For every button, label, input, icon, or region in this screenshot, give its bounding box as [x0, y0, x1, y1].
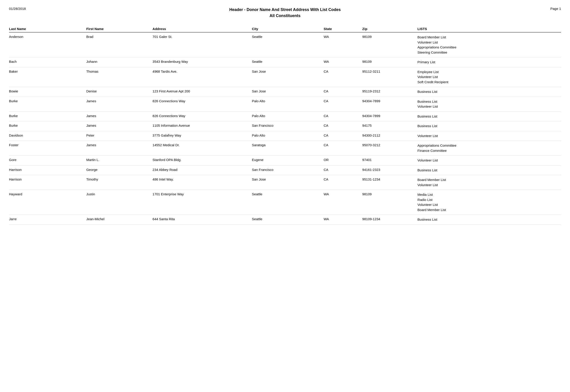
- table-row: JarreJean-Michel644 Santa RitaSeattleWA9…: [9, 215, 561, 225]
- cell-first-name: Peter: [86, 131, 152, 141]
- col-header-first-name: First Name: [86, 26, 152, 32]
- report-title: Header - Donor Name And Street Address W…: [9, 7, 561, 19]
- cell-last-name: Bowie: [9, 87, 86, 97]
- cell-city: San Francisco: [252, 165, 324, 175]
- cell-zip: 98109: [362, 32, 417, 57]
- table-row: GoreMartin L.Stanford OPA Bldg.EugeneOR9…: [9, 156, 561, 166]
- cell-last-name: Burke: [9, 97, 86, 112]
- col-header-zip: Zip: [362, 26, 417, 32]
- cell-last-name: Gore: [9, 156, 86, 166]
- cell-first-name: Timothy: [86, 175, 152, 190]
- cell-address: 1105 Information Avenue: [153, 121, 252, 131]
- cell-last-name: Burke: [9, 112, 86, 121]
- table-row: BurkeJames826 Connections WayPalo AltoCA…: [9, 97, 561, 112]
- cell-lists: Primary List: [417, 57, 561, 67]
- table-row: HaywardJustin1701 Enterprise WaySeattleW…: [9, 190, 561, 215]
- cell-city: San Jose: [252, 67, 324, 87]
- cell-city: Seattle: [252, 190, 324, 215]
- cell-last-name: Burke: [9, 121, 86, 131]
- table-row: HarrisonTimothy486 Intel Way.San JoseCA9…: [9, 175, 561, 190]
- table-row: BurkeJames826 Connections WayPalo AltoCA…: [9, 112, 561, 121]
- cell-address: 14552 Medical Dr.: [153, 141, 252, 156]
- cell-state: CA: [324, 131, 362, 141]
- cell-zip: 98109: [362, 190, 417, 215]
- cell-zip: 95131-1234: [362, 175, 417, 190]
- cell-state: WA: [324, 57, 362, 67]
- cell-last-name: Jarre: [9, 215, 86, 225]
- cell-lists: Business List: [417, 112, 561, 121]
- cell-first-name: Justin: [86, 190, 152, 215]
- cell-city: Palo Alto: [252, 112, 324, 121]
- table-row: HarrisonGeorge234 Abbey RoadSan Francisc…: [9, 165, 561, 175]
- cell-address: 1701 Enterprise Way: [153, 190, 252, 215]
- table-row: DavidsonPeter3775 Galafrey WayPalo AltoC…: [9, 131, 561, 141]
- cell-state: OR: [324, 156, 362, 166]
- cell-last-name: Harrison: [9, 165, 86, 175]
- cell-state: CA: [324, 175, 362, 190]
- cell-zip: 98109-1234: [362, 215, 417, 225]
- cell-lists: Business List: [417, 165, 561, 175]
- cell-address: 644 Santa Rita: [153, 215, 252, 225]
- cell-zip: 94304-7899: [362, 112, 417, 121]
- cell-zip: 97401: [362, 156, 417, 166]
- cell-first-name: Johann: [86, 57, 152, 67]
- table-row: AndersonBrad701 Galer St.SeattleWA98109B…: [9, 32, 561, 57]
- report-date: 01/28/2018: [9, 7, 26, 11]
- cell-first-name: Denise: [86, 87, 152, 97]
- cell-last-name: Hayward: [9, 190, 86, 215]
- cell-address: 4968 Tardis Ave.: [153, 67, 252, 87]
- cell-state: CA: [324, 141, 362, 156]
- cell-city: Seattle: [252, 57, 324, 67]
- cell-address: 826 Connections Way: [153, 97, 252, 112]
- cell-zip: 98109: [362, 57, 417, 67]
- report-title-line2: All Constituents: [9, 13, 561, 19]
- cell-address: 826 Connections Way: [153, 112, 252, 121]
- table-row: BachJohann3543 Brandenburg WaySeattleWA9…: [9, 57, 561, 67]
- cell-state: CA: [324, 87, 362, 97]
- cell-zip: 94175: [362, 121, 417, 131]
- cell-lists: Business List: [417, 87, 561, 97]
- cell-first-name: Jean-Michel: [86, 215, 152, 225]
- col-header-state: State: [324, 26, 362, 32]
- cell-zip: 95119-2312: [362, 87, 417, 97]
- cell-city: San Jose: [252, 87, 324, 97]
- cell-state: WA: [324, 215, 362, 225]
- cell-lists: Business List: [417, 121, 561, 131]
- cell-lists: Business List: [417, 215, 561, 225]
- cell-last-name: Harrison: [9, 175, 86, 190]
- cell-lists: Volunteer List: [417, 156, 561, 166]
- cell-lists: Board Member List Volunteer List: [417, 175, 561, 190]
- cell-city: Seattle: [252, 32, 324, 57]
- cell-address: 486 Intel Way.: [153, 175, 252, 190]
- cell-state: CA: [324, 97, 362, 112]
- cell-zip: 95112-3211: [362, 67, 417, 87]
- cell-city: Palo Alto: [252, 131, 324, 141]
- cell-zip: 94304-7899: [362, 97, 417, 112]
- cell-address: Stanford OPA Bldg.: [153, 156, 252, 166]
- cell-city: Saratoga: [252, 141, 324, 156]
- table-row: BurkeJames1105 Information AvenueSan Fra…: [9, 121, 561, 131]
- cell-first-name: James: [86, 97, 152, 112]
- cell-first-name: George: [86, 165, 152, 175]
- col-header-address: Address: [153, 26, 252, 32]
- cell-state: WA: [324, 32, 362, 57]
- cell-last-name: Anderson: [9, 32, 86, 57]
- cell-last-name: Foster: [9, 141, 86, 156]
- cell-state: WA: [324, 190, 362, 215]
- cell-city: San Francisco: [252, 121, 324, 131]
- cell-city: Palo Alto: [252, 97, 324, 112]
- cell-state: CA: [324, 67, 362, 87]
- cell-first-name: James: [86, 112, 152, 121]
- cell-address: 3543 Brandenburg Way: [153, 57, 252, 67]
- cell-address: 3775 Galafrey Way: [153, 131, 252, 141]
- cell-lists: Volunteer List: [417, 131, 561, 141]
- table-row: FosterJames14552 Medical Dr.SaratogaCA95…: [9, 141, 561, 156]
- cell-lists: Business List Volunteer List: [417, 97, 561, 112]
- cell-city: Seattle: [252, 215, 324, 225]
- cell-first-name: Thomas: [86, 67, 152, 87]
- cell-lists: Employee List Volunteer List Soft Credit…: [417, 67, 561, 87]
- cell-last-name: Davidson: [9, 131, 86, 141]
- cell-state: CA: [324, 112, 362, 121]
- cell-first-name: James: [86, 141, 152, 156]
- table-header-row: Last Name First Name Address City State …: [9, 26, 561, 32]
